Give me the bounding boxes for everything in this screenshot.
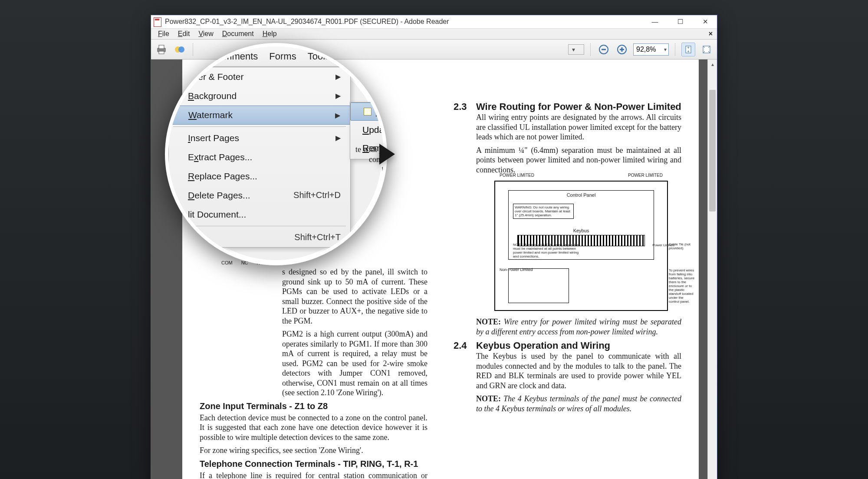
body-text: For zone wiring specifics, see section '… [200, 446, 427, 456]
zoom-out-button[interactable] [597, 43, 611, 56]
app-window: Power832_CP-01_v3-2_IM_EN_NA-UL_29034674… [151, 15, 717, 479]
collab-button[interactable] [173, 43, 187, 56]
close-button[interactable]: ✕ [699, 18, 712, 26]
zoom-value: 92,8% [636, 46, 656, 53]
pin-nc: NC [241, 260, 248, 265]
body-text: If a telephone line is required for cent… [200, 471, 427, 479]
section-title: Keybus Operation and Wiring [476, 340, 610, 351]
svg-rect-1 [159, 45, 164, 49]
menu-view[interactable]: View [194, 29, 217, 39]
relay-diagram: DSC RM-1C COM NC NO [200, 211, 427, 263]
pin-no: NO [257, 260, 264, 265]
minimize-button[interactable]: — [648, 18, 661, 26]
menubar: File Edit View Document Help × [151, 28, 717, 40]
body-text: A minimum ¼" (6.4mm) separation must be … [476, 145, 681, 175]
body-text: All wiring entry points are designated b… [476, 112, 681, 142]
relay-label-1: DSC [231, 231, 266, 238]
window-title: Power832_CP-01_v3-2_IM_EN_NA-UL_29034674… [165, 18, 449, 26]
body-text: Each detection device must be connected … [200, 413, 427, 443]
menu-help[interactable]: Help [258, 29, 281, 39]
section-num: 2.4 [454, 340, 471, 351]
page-nav-dropdown[interactable]: ▾ [568, 44, 584, 55]
fit-width-button[interactable] [700, 43, 713, 56]
heading-telephone: Telephone Connection Terminals - TIP, RI… [200, 459, 427, 469]
page-left-column: DSC RM-1C COM NC NO [200, 72, 427, 479]
section-num: 2.3 [454, 101, 471, 112]
separator [590, 43, 591, 56]
relay-label-2: RM-1C [231, 238, 266, 245]
toolbar: ▾ 92,8% [151, 40, 717, 59]
menubar-close[interactable]: × [709, 30, 714, 38]
scrollbar-thumb[interactable] [709, 90, 716, 211]
titlebar: Power832_CP-01_v3-2_IM_EN_NA-UL_29034674… [151, 15, 717, 28]
pdf-page: DSC RM-1C COM NC NO [182, 59, 699, 479]
wiring-diagram: POWER LIMITED POWER LIMITED Control Pane… [494, 181, 668, 311]
heading-zone-input: Zone Input Terminals - Z1 to Z8 [200, 401, 427, 411]
vertical-scrollbar[interactable]: ▴ ▾ [707, 59, 717, 479]
menu-document[interactable]: Document [218, 29, 258, 39]
scroll-up-icon[interactable]: ▴ [708, 59, 717, 69]
document-viewport[interactable]: DSC RM-1C COM NC NO [151, 59, 717, 479]
separator [675, 43, 675, 56]
zoom-field[interactable]: 92,8% [633, 43, 669, 56]
body-text: PGM2 is a high current output (300mA) an… [282, 329, 427, 398]
zoom-in-button[interactable] [615, 43, 629, 56]
maximize-button[interactable]: ☐ [674, 18, 687, 26]
body-text: s designed so ed by the panel, ill switc… [282, 267, 427, 326]
fit-page-button[interactable] [681, 43, 695, 56]
menu-file[interactable]: File [154, 29, 174, 39]
pin-com: COM [221, 260, 233, 265]
separator [193, 43, 193, 56]
note-text: NOTE: The 4 Keybus terminals of the pane… [476, 394, 681, 413]
pdf-icon [154, 17, 161, 26]
menu-edit[interactable]: Edit [174, 29, 194, 39]
note-text: NOTE: Wire entry for power limited wirin… [476, 317, 681, 337]
body-text: The Keybus is used by the panel to commu… [476, 351, 681, 390]
section-title: Wire Routing for Power & Non-Power Limit… [476, 101, 681, 112]
page-right-column: 2.3 Wire Routing for Power & Non-Power L… [454, 72, 681, 479]
svg-point-4 [178, 46, 184, 53]
svg-rect-2 [159, 51, 164, 54]
print-button[interactable] [155, 43, 168, 56]
